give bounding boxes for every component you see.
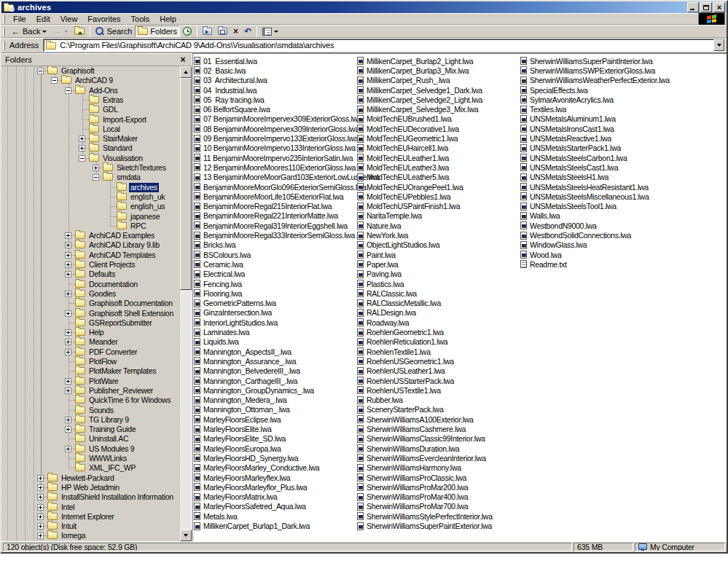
file-item-13-benjaminmooremoorgard103exteriorlowlustre-lwa[interactable]: 13 BenjaminMooreMoorGard103ExteriorLowLu… bbox=[194, 173, 380, 182]
file-item-roadway-lwa[interactable]: Roadway.lwa bbox=[357, 318, 409, 327]
collapse-toggle-icon[interactable] bbox=[51, 77, 58, 84]
tree-item-add-ons[interactable]: Add-Ons bbox=[1, 86, 180, 95]
file-item-moldtecheuhaircell1-lwa[interactable]: MoldTechEUHaircell1.lwa bbox=[357, 143, 448, 153]
tree-item-iomega[interactable]: Iomega bbox=[1, 531, 180, 540]
tree-item-wwwlinks[interactable]: WWWLinks bbox=[1, 454, 180, 463]
address-dropdown-button[interactable] bbox=[713, 39, 724, 51]
file-item-roehlenusstarterpack-lwa[interactable]: RoehlenUSStarterPack.lwa bbox=[357, 376, 454, 385]
tree-item-us-modules-9[interactable]: US Modules 9 bbox=[1, 444, 180, 454]
file-item-roehlengeometric1-lwa[interactable]: RoehlenGeometric1.lwa bbox=[357, 327, 444, 337]
file-item-sherwinwilliamspromar200-lwa[interactable]: SherwinWilliamsProMar200.lwa bbox=[357, 482, 468, 492]
tree-item-hp-web-jetadmin[interactable]: HP Web Jetadmin bbox=[1, 483, 180, 492]
file-item-metals-lwa[interactable]: Metals.lwa bbox=[194, 511, 238, 521]
tree-item-english-us[interactable]: english_us bbox=[1, 202, 180, 211]
restore-button[interactable] bbox=[700, 2, 712, 12]
copy-to-button[interactable] bbox=[215, 25, 230, 37]
file-item-mannington-ottoman-lwa[interactable]: Mannington_Ottoman_.lwa bbox=[194, 405, 290, 414]
file-item-benjaminmooreregal215interiorflat-lwa[interactable]: BenjaminMooreRegal215InteriorFlat.lwa bbox=[194, 202, 332, 211]
menubar-grip[interactable] bbox=[3, 15, 5, 23]
file-item-mannington-medera-lwa[interactable]: Mannington_Medera_.lwa bbox=[194, 396, 286, 405]
tree-item-quicktime-6-for-windows[interactable]: QuickTime 6 for Windows bbox=[1, 396, 180, 405]
tree-item-pdf-converter[interactable]: PDF Converter bbox=[1, 347, 180, 357]
file-item-electrical-lwa[interactable]: Electrical.lwa bbox=[194, 270, 245, 279]
file-item-ceramic-lwa[interactable]: Ceramic.lwa bbox=[194, 259, 243, 269]
tree-item-japanese[interactable]: japanese bbox=[1, 212, 180, 221]
expand-toggle-icon[interactable] bbox=[65, 349, 71, 355]
expand-toggle-icon[interactable] bbox=[93, 165, 99, 171]
file-item-newyork-lwa[interactable]: NewYork.lwa bbox=[357, 230, 408, 240]
file-item-unsmetalssteelstool1-lwa[interactable]: UNSMetalsSteelsTool1.lwa bbox=[520, 202, 617, 211]
file-item-moldtechuspaintfinish1-lwa[interactable]: MoldTechUSPaintFinish1.lwa bbox=[357, 202, 460, 211]
expand-toggle-icon[interactable] bbox=[65, 426, 71, 433]
expand-toggle-icon[interactable] bbox=[65, 232, 71, 239]
scroll-down-button[interactable] bbox=[180, 530, 192, 541]
file-item-unsmetalssteelscarbon1-lwa[interactable]: UNSMetalsSteelsCarbon1.lwa bbox=[520, 153, 627, 162]
file-item-roehlenustextile1-lwa[interactable]: RoehlenUSTextile1.lwa bbox=[357, 385, 441, 395]
tree-item-standard[interactable]: Standard bbox=[1, 143, 180, 153]
tree-item-training-guide[interactable]: Training Guide bbox=[1, 425, 180, 434]
expand-toggle-icon[interactable] bbox=[65, 310, 71, 317]
file-item-09-benjaminmooreimpervo133exteriorgloss-lwa[interactable]: 09 BenjaminMooreImpervo133ExteriorGloss.… bbox=[194, 133, 358, 143]
tree-item-hewlett-packard[interactable]: Hewlett-Packard bbox=[1, 473, 180, 483]
file-item-millikencarpet-rush-lwa[interactable]: MillikenCarpet_Rush_.lwa bbox=[357, 76, 450, 85]
close-button[interactable]: × bbox=[713, 2, 725, 12]
menu-tools[interactable]: Tools bbox=[126, 14, 155, 24]
tree-item-intel[interactable]: Intel bbox=[1, 503, 180, 512]
file-item-readme-txt[interactable]: Readme.txt bbox=[520, 259, 567, 269]
tree-item-english-uk[interactable]: english_uk bbox=[1, 192, 180, 202]
expand-toggle-icon[interactable] bbox=[65, 446, 71, 452]
file-item-marleyfloorseuropa-lwa[interactable]: MarleyFloorsEuropa.lwa bbox=[194, 444, 281, 453]
file-item-interiorlightstudios-lwa[interactable]: InteriorLightStudios.lwa bbox=[194, 318, 278, 327]
file-item-roehlentextile1-lwa[interactable]: RoehlenTextile1.lwa bbox=[357, 347, 431, 356]
file-item-mannington-groupdynamics-lwa[interactable]: Mannington_GroupDynamics_.lwa bbox=[194, 385, 314, 395]
file-item-bricks-lwa[interactable]: Bricks.lwa bbox=[194, 240, 235, 250]
tree-item-archives[interactable]: archives bbox=[1, 183, 180, 192]
file-item-roehlenusleather1-lwa[interactable]: RoehlenUSLeather1.lwa bbox=[357, 366, 445, 376]
file-item-sherwinwilliamsclassic99interior-lwa[interactable]: SherwinWilliamsClassic99Interior.lwa bbox=[357, 434, 485, 444]
tree-item-gdl[interactable]: GDL bbox=[1, 105, 180, 114]
file-item-sherwinwilliamsswpexteriorgloss-lwa[interactable]: SherwinWilliamsSWPExteriorGloss.lwa bbox=[520, 66, 655, 75]
file-item-unsmetalssteelsmiscellaneous1-lwa[interactable]: UNSMetalsSteelsMiscellaneous1.lwa bbox=[520, 192, 649, 201]
file-item-moldtecheuleather3-lwa[interactable]: MoldTechEULeather3.lwa bbox=[357, 162, 449, 172]
forward-button[interactable]: → bbox=[50, 25, 71, 37]
file-item-millikencarpet-selvedge1-dark-lwa[interactable]: MillikenCarpet_Selvedge1_Dark.lwa bbox=[357, 85, 482, 95]
file-item-wood-lwa[interactable]: Wood.lwa bbox=[520, 250, 562, 259]
file-item-moldtecheudecorative1-lwa[interactable]: MoldTechEUDecorative1.lwa bbox=[357, 124, 459, 133]
file-item-03-architectural-lwa[interactable]: 03 Architectural.lwa bbox=[194, 76, 267, 85]
file-item-liquids-lwa[interactable]: Liquids.lwa bbox=[194, 337, 239, 347]
file-item-geometricpatterns-lwa[interactable]: GeometricPatterns.lwa bbox=[194, 299, 276, 308]
search-button[interactable]: Search bbox=[93, 25, 135, 37]
tree-item-smdata[interactable]: smdata bbox=[1, 173, 180, 182]
file-item-windowglass-lwa[interactable]: WindowGlass.lwa bbox=[520, 240, 587, 250]
file-item-sherwinwilliamssuperpaintinterior-lwa[interactable]: SherwinWilliamsSuperPaintInterior.lwa bbox=[520, 56, 653, 66]
tree-item-gsreportsubmitter[interactable]: GSReportSubmitter bbox=[1, 318, 180, 328]
tree-item-publisher-reviewer[interactable]: Publisher_Reviewer bbox=[1, 386, 180, 396]
expand-toggle-icon[interactable] bbox=[65, 261, 71, 268]
views-button[interactable] bbox=[259, 25, 281, 37]
tree-item-help[interactable]: Help bbox=[1, 328, 180, 337]
tree-item-archicad-templates[interactable]: ArchiCAD Templates bbox=[1, 251, 180, 260]
file-item-bscolours-lwa[interactable]: BSColours.lwa bbox=[194, 250, 251, 259]
file-item-04-industrial-lwa[interactable]: 04 Industrial.lwa bbox=[194, 85, 257, 95]
file-item-sherwinwilliamsproclassic-lwa[interactable]: SherwinWilliamsProClassic.lwa bbox=[357, 473, 466, 482]
file-item-millikencarpet-selvedge2-light-lwa[interactable]: MillikenCarpet_Selvedge2_Light.lwa bbox=[357, 95, 482, 104]
file-item-millikencarpet-burlap2-light-lwa[interactable]: MillikenCarpet_Burlap2_Light.lwa bbox=[357, 56, 473, 66]
file-item-sherwinwilliamsduration-lwa[interactable]: SherwinWilliamsDuration.lwa bbox=[357, 444, 459, 453]
file-item-moldtecheuorangepeel1-lwa[interactable]: MoldTechEUOrangePeel1.lwa bbox=[357, 182, 463, 192]
menu-file[interactable]: File bbox=[8, 14, 31, 24]
tree-item-plotmaker-templates[interactable]: PlotMaker Templates bbox=[1, 366, 180, 376]
menu-help[interactable]: Help bbox=[154, 14, 181, 24]
tree-item-internet-explorer[interactable]: Internet Explorer bbox=[1, 512, 180, 522]
file-item-benjaminmooreregal221interiormatte-lwa[interactable]: BenjaminMooreRegal221InteriorMatte.lwa bbox=[194, 211, 338, 221]
titlebar[interactable]: archives × bbox=[1, 1, 727, 13]
menu-view[interactable]: View bbox=[55, 14, 83, 24]
tree-item-client-projects[interactable]: Client Projects bbox=[1, 260, 180, 270]
file-item-moldtecheugeometric1-lwa[interactable]: MoldTechEUGeometric1.lwa bbox=[357, 133, 458, 143]
expand-toggle-icon[interactable] bbox=[79, 145, 85, 152]
file-item-sherwinwilliamsweatherperfectexterior-lwa[interactable]: SherwinWilliamsWeatherPerfectExterior.lw… bbox=[520, 76, 670, 85]
file-item-sherwinwilliamspromar400-lwa[interactable]: SherwinWilliamsProMar400.lwa bbox=[357, 492, 468, 502]
file-item-specialeffects-lwa[interactable]: SpecialEffects.lwa bbox=[520, 85, 588, 95]
file-item-10-benjaminmooreimpervo133interiorgloss-lwa[interactable]: 10 BenjaminMooreImpervo133InteriorGloss.… bbox=[194, 143, 356, 153]
expand-toggle-icon[interactable] bbox=[65, 329, 71, 336]
collapse-toggle-icon[interactable] bbox=[37, 68, 44, 74]
